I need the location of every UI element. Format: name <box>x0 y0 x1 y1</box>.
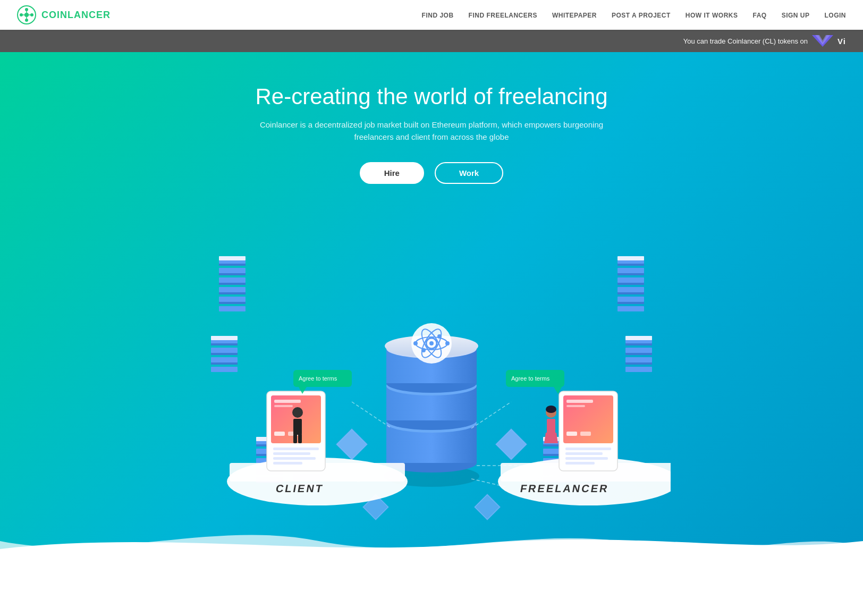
svg-rect-89 <box>625 367 652 372</box>
brand-link[interactable]: COINLANCER <box>17 5 111 24</box>
svg-rect-62 <box>219 256 246 260</box>
svg-rect-156 <box>565 448 611 450</box>
navbar: COINLANCER FIND JOB FIND FREELANCERS WHI… <box>0 0 863 30</box>
svg-marker-49 <box>474 494 501 520</box>
svg-rect-152 <box>566 400 593 403</box>
svg-rect-86 <box>625 353 652 355</box>
svg-rect-85 <box>625 348 652 353</box>
svg-rect-69 <box>617 287 644 292</box>
svg-rect-68 <box>617 283 644 285</box>
svg-line-38 <box>471 402 511 428</box>
svg-point-4 <box>20 13 23 16</box>
svg-rect-57 <box>219 287 246 292</box>
svg-rect-144 <box>293 419 302 435</box>
svg-rect-76 <box>211 343 238 345</box>
svg-rect-158 <box>565 457 608 460</box>
ticker-bar: You can trade Coinlancer (CL) tokens on … <box>0 30 863 52</box>
svg-point-164 <box>546 406 556 413</box>
svg-rect-81 <box>211 367 238 372</box>
svg-rect-146 <box>298 434 302 443</box>
svg-rect-77 <box>211 348 238 353</box>
hero-title: Re-creating the world of freelancing <box>255 84 607 109</box>
nav-find-job[interactable]: FIND JOB <box>422 12 454 19</box>
svg-point-31 <box>437 334 442 339</box>
svg-rect-82 <box>211 336 238 340</box>
svg-rect-58 <box>219 292 246 294</box>
svg-rect-88 <box>625 362 652 365</box>
hero-illustration: CLIENT <box>192 216 671 524</box>
svg-rect-53 <box>219 268 246 273</box>
nav-login[interactable]: LOGIN <box>825 12 847 19</box>
brand-logo-icon <box>17 5 36 24</box>
svg-text:FREELANCER: FREELANCER <box>519 483 610 494</box>
svg-rect-59 <box>219 297 246 302</box>
svg-text:Agree to terms: Agree to terms <box>299 375 337 382</box>
svg-rect-52 <box>219 264 246 266</box>
svg-rect-139 <box>273 462 302 465</box>
svg-line-37 <box>352 402 392 428</box>
svg-point-29 <box>445 341 450 345</box>
svg-rect-155 <box>580 432 591 436</box>
nav-post-project[interactable]: POST A PROJECT <box>612 12 671 19</box>
hero-section: Re-creating the world of freelancing Coi… <box>0 52 863 562</box>
svg-rect-64 <box>617 264 644 266</box>
svg-rect-73 <box>617 306 644 311</box>
svg-text:Agree to terms: Agree to terms <box>511 375 550 382</box>
svg-rect-78 <box>211 353 238 355</box>
svg-rect-55 <box>219 277 246 283</box>
svg-point-2 <box>25 8 28 11</box>
hero-subtitle: Coinlancer is a decentralized job market… <box>246 119 617 143</box>
svg-rect-90 <box>625 336 652 340</box>
svg-rect-87 <box>625 357 652 362</box>
svg-rect-84 <box>625 343 652 345</box>
svg-marker-45 <box>496 429 526 459</box>
svg-rect-165 <box>547 419 555 434</box>
svg-rect-74 <box>617 256 644 260</box>
svg-point-3 <box>25 19 28 22</box>
work-button[interactable]: Work <box>435 162 503 184</box>
svg-rect-54 <box>219 273 246 275</box>
nav-signup[interactable]: SIGN UP <box>782 12 810 19</box>
svg-text:CLIENT: CLIENT <box>275 483 325 494</box>
svg-point-32 <box>421 348 426 352</box>
nav-faq[interactable]: FAQ <box>752 12 766 19</box>
svg-rect-153 <box>566 405 585 407</box>
svg-rect-159 <box>565 462 595 465</box>
svg-rect-61 <box>219 306 246 311</box>
svg-point-25 <box>429 341 434 345</box>
hero-svg: CLIENT <box>192 216 671 524</box>
svg-rect-136 <box>273 448 319 450</box>
svg-rect-134 <box>274 432 285 436</box>
svg-rect-70 <box>617 292 644 294</box>
svg-point-143 <box>292 407 303 418</box>
svg-rect-71 <box>617 297 644 302</box>
wave-bottom <box>0 520 863 562</box>
nav-find-freelancers[interactable]: FIND FREELANCERS <box>469 12 537 19</box>
svg-rect-154 <box>566 432 577 436</box>
svg-rect-79 <box>211 357 238 362</box>
svg-marker-42 <box>337 429 367 459</box>
svg-rect-133 <box>274 405 293 407</box>
main-nav: FIND JOB FIND FREELANCERS WHITEPAPER POS… <box>422 10 846 20</box>
svg-rect-145 <box>293 434 297 443</box>
svg-rect-56 <box>219 283 246 285</box>
svg-rect-137 <box>273 452 310 455</box>
svg-rect-60 <box>219 302 246 304</box>
svg-rect-72 <box>617 302 644 304</box>
svg-point-5 <box>30 13 33 16</box>
exchange-logo-icon <box>812 35 833 47</box>
svg-rect-138 <box>273 457 316 460</box>
svg-rect-67 <box>617 277 644 283</box>
svg-point-1 <box>24 13 29 17</box>
svg-marker-166 <box>544 433 558 443</box>
nav-how-it-works[interactable]: HOW IT WORKS <box>686 12 738 19</box>
exchange-name: Vi <box>837 37 846 46</box>
ticker-text: You can trade Coinlancer (CL) tokens on <box>683 37 808 45</box>
nav-whitepaper[interactable]: WHITEPAPER <box>552 12 597 19</box>
hero-buttons: Hire Work <box>360 162 503 184</box>
brand-name: COINLANCER <box>41 10 111 21</box>
svg-rect-66 <box>617 273 644 275</box>
svg-rect-80 <box>211 362 238 365</box>
hire-button[interactable]: Hire <box>360 162 424 184</box>
svg-rect-65 <box>617 268 644 273</box>
